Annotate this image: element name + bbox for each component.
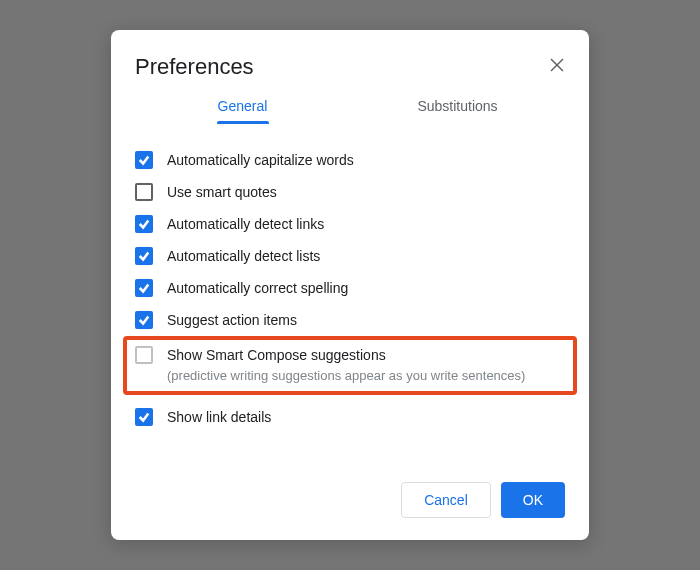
option-capitalize: Automatically capitalize words (135, 144, 565, 176)
close-icon (550, 58, 564, 75)
preferences-dialog: Preferences General Substitutions Automa… (111, 30, 589, 540)
option-linkdetails: Show link details (135, 401, 565, 433)
tabs: General Substitutions (111, 80, 589, 124)
option-label: Automatically correct spelling (167, 279, 348, 297)
option-label: Show link details (167, 408, 271, 426)
checkbox-smartcompose[interactable] (135, 346, 153, 364)
option-label: Use smart quotes (167, 183, 277, 201)
check-icon (138, 154, 150, 166)
option-detectlists: Automatically detect lists (135, 240, 565, 272)
tab-substitutions[interactable]: Substitutions (350, 98, 565, 124)
option-label: Suggest action items (167, 311, 297, 329)
dialog-footer: Cancel OK (111, 468, 589, 540)
highlighted-option: Show Smart Compose suggestions (predicti… (123, 336, 577, 395)
check-icon (138, 314, 150, 326)
option-hint: (predictive writing suggestions appear a… (167, 368, 525, 383)
checkbox-actionitems[interactable] (135, 311, 153, 329)
check-icon (138, 250, 150, 262)
option-actionitems: Suggest action items (135, 304, 565, 336)
dialog-content: Automatically capitalize words Use smart… (111, 124, 589, 468)
option-detectlinks: Automatically detect links (135, 208, 565, 240)
checkbox-capitalize[interactable] (135, 151, 153, 169)
option-smartcompose: Show Smart Compose suggestions (predicti… (135, 344, 565, 385)
checkbox-detectlinks[interactable] (135, 215, 153, 233)
option-label: Automatically detect lists (167, 247, 320, 265)
check-icon (138, 282, 150, 294)
dialog-title: Preferences (135, 54, 565, 80)
checkbox-detectlists[interactable] (135, 247, 153, 265)
option-smartquotes: Use smart quotes (135, 176, 565, 208)
check-icon (138, 218, 150, 230)
dialog-header: Preferences (111, 30, 589, 80)
option-label: Automatically capitalize words (167, 151, 354, 169)
checkbox-smartquotes[interactable] (135, 183, 153, 201)
option-label: Automatically detect links (167, 215, 324, 233)
ok-button[interactable]: OK (501, 482, 565, 518)
close-button[interactable] (543, 52, 571, 80)
checkbox-linkdetails[interactable] (135, 408, 153, 426)
check-icon (138, 411, 150, 423)
option-spelling: Automatically correct spelling (135, 272, 565, 304)
cancel-button[interactable]: Cancel (401, 482, 491, 518)
checkbox-spelling[interactable] (135, 279, 153, 297)
option-body: Show Smart Compose suggestions (predicti… (167, 346, 525, 383)
option-label: Show Smart Compose suggestions (167, 346, 525, 364)
tab-general[interactable]: General (135, 98, 350, 124)
